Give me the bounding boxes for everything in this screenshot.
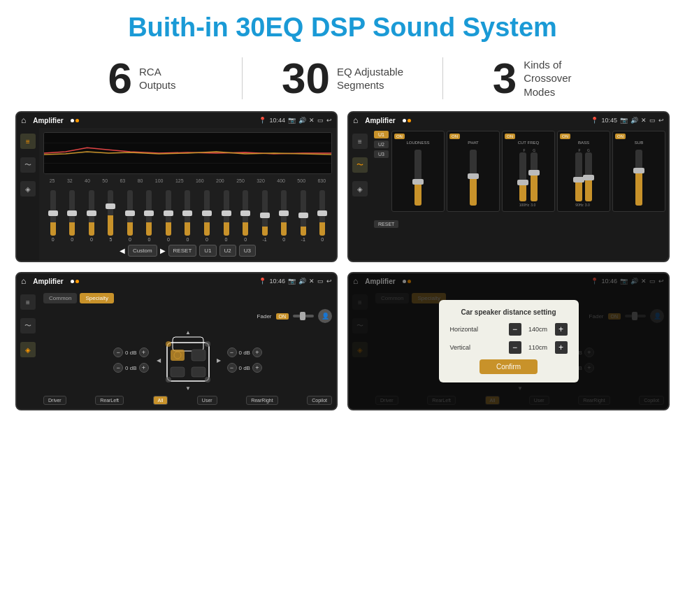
loudness-col: ON LOUDNESS (391, 131, 445, 212)
slider-thumb-1[interactable] (48, 210, 58, 216)
rearright-btn[interactable]: RearRight (246, 396, 278, 405)
u3-preset[interactable]: U3 (374, 150, 389, 158)
u1-button[interactable]: U1 (199, 245, 216, 257)
camera-icon-2: 📷 (620, 117, 628, 124)
screen2-side-icons: ≡ 〜 ◈ (349, 128, 371, 231)
user-btn[interactable]: User (197, 396, 217, 405)
fader-slider[interactable] (293, 315, 314, 317)
home-icon[interactable]: ⌂ (21, 115, 26, 125)
close-icon-2[interactable]: ✕ (641, 117, 647, 124)
svg-rect-5 (173, 337, 203, 351)
cutfreq-slider: F 100Hz G (505, 146, 552, 209)
back-icon[interactable]: ↩ (326, 117, 332, 124)
profile-icon[interactable]: 👤 (318, 309, 332, 323)
close-icon[interactable]: ✕ (309, 117, 315, 124)
slider-8: 0 (185, 190, 190, 242)
car-diagram: ▲ ▼ ◀ ▶ (153, 329, 223, 392)
main-title: Buith-in 30EQ DSP Sound System (0, 0, 685, 51)
driver-btn[interactable]: Driver (43, 396, 66, 405)
close-icon-3[interactable]: ✕ (309, 278, 315, 285)
speaker-icon[interactable]: ◈ (20, 181, 36, 196)
crossover-main: U1 U2 U3 ON LOUDNESS (371, 128, 668, 231)
eq-icon-3[interactable]: ≡ (20, 294, 36, 310)
home-icon-3[interactable]: ⌂ (21, 276, 26, 286)
horizontal-plus[interactable]: + (555, 323, 568, 336)
freq-320: 320 (257, 178, 265, 183)
sub-slider (615, 146, 663, 209)
vertical-row: Vertical − 110cm + (450, 341, 568, 354)
slider-track-1[interactable] (50, 190, 56, 236)
eq-icon-2[interactable]: ≡ (352, 134, 368, 149)
speaker-icon-3[interactable]: ◈ (20, 342, 36, 357)
svg-text:▲: ▲ (185, 329, 191, 336)
channel-columns: ON LOUDNESS (391, 131, 665, 212)
dot2 (75, 119, 79, 122)
fader-label: Fader (257, 313, 272, 320)
vertical-plus[interactable]: + (555, 341, 568, 354)
sub-on: ON (615, 134, 626, 139)
battery-icon-2: ▭ (649, 117, 656, 124)
home-icon-2[interactable]: ⌂ (353, 115, 358, 125)
vol-plus-1[interactable]: + (139, 348, 149, 357)
vertical-value: 110cm (524, 344, 552, 351)
loudness-slider (394, 146, 442, 209)
u3-button[interactable]: U3 (239, 245, 256, 257)
wave-icon[interactable]: 〜 (20, 157, 36, 173)
dot6 (75, 280, 79, 283)
screenshots-grid: ⌂ Amplifier 📍 10:44 📷 🔊 ✕ ▭ ↩ ≡ 〜 ◈ (0, 111, 685, 417)
all-btn[interactable]: All (153, 396, 168, 405)
horizontal-minus[interactable]: − (509, 323, 521, 336)
svg-text:▼: ▼ (185, 385, 191, 392)
common-tab[interactable]: Common (43, 293, 77, 303)
svg-point-12 (205, 341, 210, 347)
right-vol-col: − 0 dB + − 0 dB + (227, 348, 262, 373)
vol-minus-1[interactable]: − (113, 348, 123, 357)
vol-plus-2[interactable]: + (139, 363, 149, 373)
phat-label: PHAT (449, 141, 497, 145)
screen3-side-icons: ≡ 〜 ◈ (17, 289, 39, 409)
vertical-minus[interactable]: − (509, 341, 521, 354)
copilot-btn[interactable]: Copilot (307, 396, 332, 405)
loudness-on: ON (394, 134, 405, 139)
reset-button[interactable]: RESET (168, 245, 197, 257)
vol-minus-3[interactable]: − (227, 348, 237, 357)
freq-50: 50 (102, 178, 108, 183)
speaker-icon-2[interactable]: ◈ (352, 181, 368, 196)
confirm-button[interactable]: Confirm (480, 359, 538, 374)
vol-plus-3[interactable]: + (252, 348, 262, 357)
status-right-3: 📍 10:46 📷 🔊 ✕ ▭ ↩ (259, 278, 332, 285)
vol-minus-2[interactable]: − (113, 363, 123, 373)
location-icon-3: 📍 (259, 278, 266, 285)
prev-button[interactable]: ◀ (120, 247, 125, 255)
slider-11: 0 (243, 190, 248, 242)
freq-100: 100 (155, 178, 164, 183)
screen3-speaker: ⌂ Amplifier 📍 10:46 📷 🔊 ✕ ▭ ↩ ≡ 〜 ◈ (15, 272, 338, 410)
stat-crossover: 3 Kinds ofCrossover Modes (443, 57, 643, 100)
play-button[interactable]: ▶ (160, 247, 166, 255)
slider-13: 0 (281, 190, 287, 242)
u1-preset[interactable]: U1 (374, 131, 389, 138)
cutfreq-col: ON CUT FREQ F (502, 131, 555, 212)
back-icon-2[interactable]: ↩ (658, 117, 664, 124)
rearleft-btn[interactable]: RearLeft (95, 396, 124, 405)
u2-button[interactable]: U2 (219, 245, 236, 257)
vol-minus-4[interactable]: − (227, 363, 237, 373)
freq-500: 500 (297, 178, 305, 183)
vol-row-1: − 0 dB + (113, 348, 148, 357)
wave-icon-3[interactable]: 〜 (20, 318, 36, 334)
specialty-tab[interactable]: Specialty (80, 293, 113, 303)
back-icon-3[interactable]: ↩ (326, 278, 332, 285)
u2-preset[interactable]: U2 (374, 141, 389, 148)
crossover-reset-button[interactable]: RESET (374, 220, 398, 228)
screen2-body: ≡ 〜 ◈ U1 U2 U3 (349, 128, 668, 231)
screen3-statusbar: ⌂ Amplifier 📍 10:46 📷 🔊 ✕ ▭ ↩ (17, 273, 336, 289)
vol-plus-4[interactable]: + (252, 363, 262, 373)
svg-text:◀: ◀ (157, 357, 161, 364)
screen3-body: ≡ 〜 ◈ Common Specialty Fader ON 👤 (17, 289, 336, 409)
wave-icon-2[interactable]: 〜 (352, 157, 368, 173)
freq-250: 250 (236, 178, 245, 183)
eq-freq-labels: 25 32 40 50 63 80 100 125 160 200 250 32… (43, 178, 332, 183)
cutfreq-label: CUT FREQ (505, 141, 552, 145)
eq-icon[interactable]: ≡ (20, 134, 36, 149)
camera-icon-3: 📷 (288, 278, 296, 285)
